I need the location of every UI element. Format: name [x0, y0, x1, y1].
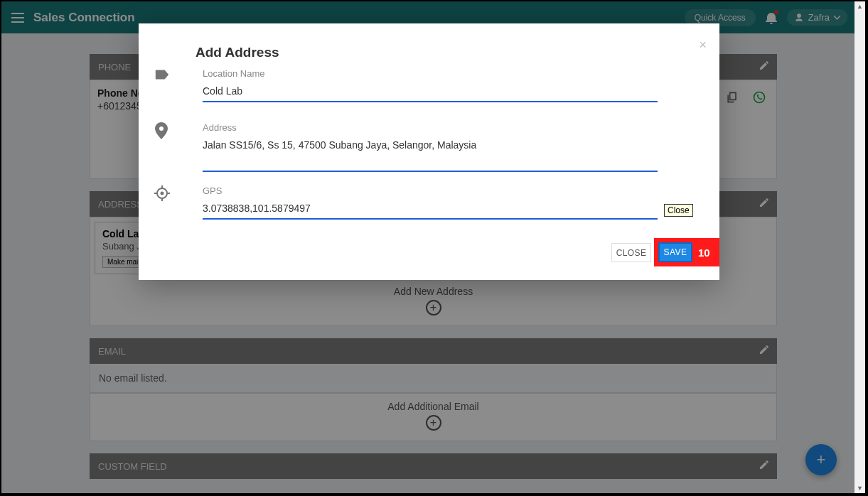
location-pin-icon [154, 122, 171, 139]
scroll-down-icon[interactable]: ▼ [854, 483, 865, 493]
modal-title: Add Address [195, 45, 279, 60]
address-input[interactable] [203, 136, 658, 172]
save-highlight: SAVE 10 [654, 238, 719, 266]
gps-target-icon [154, 185, 171, 201]
tag-icon [154, 68, 171, 81]
save-button[interactable]: SAVE [658, 242, 692, 262]
add-address-modal: Add Address × Location Name Address [139, 23, 719, 280]
step-callout: 10 [698, 247, 710, 259]
location-name-input[interactable] [203, 82, 658, 102]
close-button[interactable]: CLOSE [611, 243, 651, 262]
location-name-label: Location Name [203, 68, 264, 79]
scroll-up-icon[interactable]: ▲ [854, 1, 865, 11]
close-icon[interactable]: × [699, 38, 707, 53]
address-label: Address [203, 122, 237, 133]
close-tooltip: Close [664, 204, 693, 217]
gps-input[interactable] [203, 200, 658, 220]
scrollbar[interactable]: ▲ ▼ [854, 1, 865, 493]
svg-point-2 [161, 192, 164, 195]
gps-label: GPS [203, 185, 222, 196]
